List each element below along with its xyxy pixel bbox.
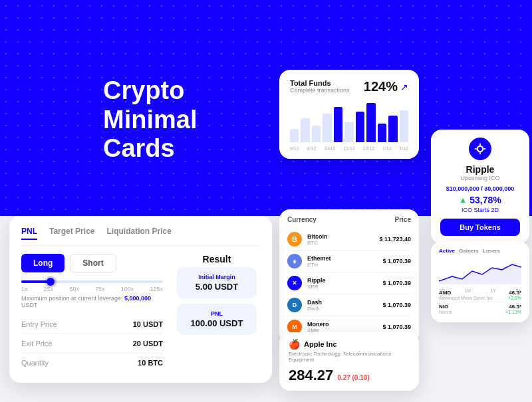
long-short-toggle: Long Short	[21, 254, 163, 272]
bar-2	[301, 118, 309, 142]
ripple-ico-label: ICO Starts 2D	[440, 207, 520, 213]
xrp-price: $ 1,070.39	[382, 280, 411, 286]
ripple-sub: Upcoming ICO	[440, 175, 520, 181]
ripple-name: Ripple	[440, 164, 520, 175]
apple-change: 0.27 (0.10)	[337, 374, 369, 381]
col-currency: Currency	[287, 216, 317, 223]
entry-price-field: Entry Price 10 USDT	[21, 315, 163, 334]
apple-company: Apple Inc	[304, 340, 337, 348]
xrp-icon: ✕	[287, 276, 302, 290]
card-apple: 🍎 Apple Inc Electronic Technology: Telec…	[279, 332, 419, 391]
max-position-value: 5,000,000	[124, 295, 151, 302]
currency-row-dash: D DashDash $ 1,070.39	[287, 294, 411, 316]
result-boxes: Initial Margin 5.00 USDT PNL 100.00 USDT	[177, 267, 257, 335]
arrow-up-icon: ▲	[459, 195, 467, 205]
stock-tabs: Active Gainers Losers	[439, 248, 521, 254]
nio-info: NIO Nanos	[439, 304, 452, 314]
slider-thumb	[47, 278, 55, 286]
total-funds-percent: 124%	[364, 79, 398, 94]
tab-liquidation-price[interactable]: Liquidation Price	[106, 227, 171, 240]
bar-1	[290, 129, 299, 142]
pnl-result-box: PNL 100.00 USDT	[177, 304, 257, 335]
card-total-funds: Total Funds Complete transactions 124% ↗…	[279, 70, 419, 159]
pnl-tabs: PNL Target Price Liquidation Price	[21, 227, 260, 246]
xrp-name: RippleXPR	[307, 277, 382, 290]
card-stock: Active Gainers Losers 1D 1M 1Y 5Y AMD Ad…	[431, 241, 529, 322]
leverage-slider[interactable]: 1x 25x 50x 75x 100x 125x	[21, 280, 163, 292]
dash-icon: D	[287, 298, 302, 312]
eth-name: EthemetETH	[307, 255, 382, 268]
slider-track	[21, 280, 163, 283]
slider-fill	[21, 280, 50, 283]
ripple-icon	[469, 138, 491, 160]
currency-row-btc: B BitcoinBTC $ 11,723.40	[287, 229, 411, 251]
bar-8-active	[366, 103, 375, 142]
btc-icon: B	[287, 232, 302, 247]
currency-row-xrp: ✕ RippleXPR $ 1,070.39	[287, 272, 411, 294]
bar-9-active	[378, 124, 386, 142]
bar-4	[323, 114, 331, 142]
tab-target-price[interactable]: Target Price	[49, 227, 94, 240]
ripple-percent: ▲ 53,78%	[440, 195, 520, 205]
leverage-labels: 1x 25x 50x 75x 100x 125x	[21, 286, 163, 292]
trend-up-icon: ↗	[400, 82, 408, 92]
bar-10-active	[388, 116, 397, 142]
bar-11	[400, 110, 408, 142]
btc-name: BitcoinBTC	[307, 233, 379, 246]
bar-7-active	[356, 112, 364, 142]
eth-price: $ 1,070.39	[382, 258, 411, 264]
initial-margin-box: Initial Margin 5.00 USDT	[177, 267, 257, 298]
total-funds-sublabel: Complete transactions	[290, 87, 350, 94]
btc-price: $ 11,723.40	[379, 236, 411, 243]
long-button[interactable]: Long	[21, 254, 65, 272]
total-funds-label: Total Funds	[290, 79, 350, 87]
apple-price-row: 284.27 0.27 (0.10)	[289, 367, 410, 384]
card-currency-table: Currency Price B BitcoinBTC $ 11,723.40 …	[279, 209, 419, 344]
bar-chart	[290, 98, 408, 145]
apple-header: 🍎 Apple Inc	[289, 339, 410, 350]
xmr-price: $ 1,070.39	[382, 324, 411, 330]
nio-values: 46.5* +1.13%	[505, 304, 521, 314]
apple-price: 284.27	[289, 367, 333, 384]
apple-logo-icon: 🍎	[289, 339, 300, 350]
tab-pnl[interactable]: PNL	[21, 227, 37, 240]
apple-description: Electronic Technology: Telecommunication…	[289, 351, 410, 363]
pnl-fields: Entry Price 10 USDT Exit Price 20 USDT Q…	[21, 315, 163, 372]
dash-name: DashDash	[307, 299, 382, 312]
chart-x-labels: 9/12 9/12 10/12 11/12 12/12 1/12 1/12	[290, 146, 408, 151]
bar-3	[312, 126, 321, 142]
short-button[interactable]: Short	[70, 254, 116, 272]
card-pnl: PNL Target Price Liquidation Price Long …	[9, 216, 272, 383]
stock-mini-chart: 1D 1M 1Y 5Y	[439, 258, 521, 284]
bar-6	[344, 122, 353, 142]
quantity-field: Quantity 10 BTC	[21, 353, 163, 372]
ripple-funding: $10,000,000 / 30,000,000	[440, 185, 520, 192]
buy-tokens-button[interactable]: Buy Tokens	[440, 219, 520, 236]
currency-row-eth: ♦ EthemetETH $ 1,070.39	[287, 251, 411, 272]
bar-5-active	[334, 107, 342, 142]
currency-header: Currency Price	[287, 216, 411, 223]
hero-title: Crypto Minimal Cards	[103, 76, 197, 163]
exit-price-field: Exit Price 20 USDT	[21, 334, 163, 353]
card-ripple: Ripple Upcoming ICO $10,000,000 / 30,000…	[431, 130, 529, 244]
col-price: Price	[395, 216, 411, 223]
stock-row-nio: NIO Nanos 46.5* +1.13%	[439, 302, 521, 316]
stock-tab-active[interactable]: Active	[439, 248, 455, 254]
stock-tab-losers[interactable]: Losers	[483, 248, 500, 254]
xmr-name: MoneroXMR	[307, 321, 382, 334]
stock-tab-gainers[interactable]: Gainers	[459, 248, 479, 254]
result-title: Result	[203, 254, 231, 264]
dash-price: $ 1,070.39	[382, 302, 411, 308]
max-position-label: Maximum position at current leverage: 5,…	[21, 295, 163, 308]
eth-icon: ♦	[287, 254, 302, 268]
svg-point-0	[477, 146, 483, 151]
